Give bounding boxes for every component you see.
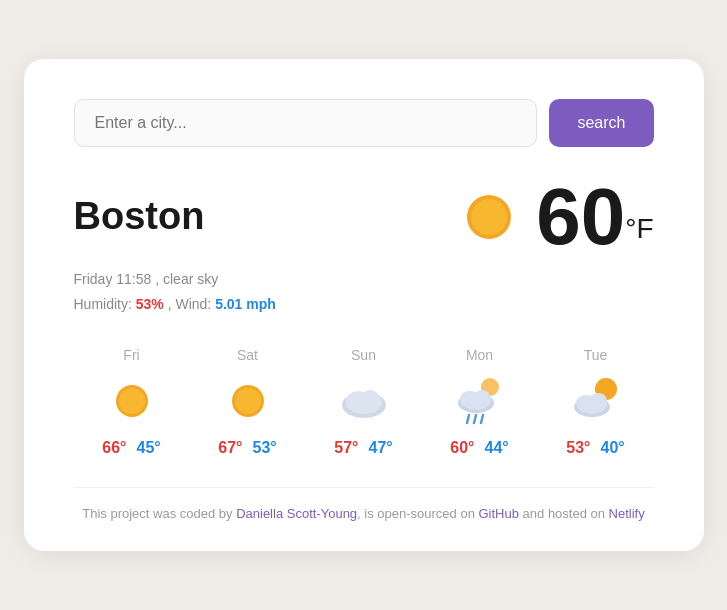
svg-point-1	[471, 199, 507, 235]
forecast-day-label: Fri	[123, 347, 139, 363]
humidity-value: 53%	[136, 296, 164, 312]
svg-line-17	[481, 415, 483, 423]
footer: This project was coded by Daniella Scott…	[74, 487, 654, 521]
search-button[interactable]: search	[549, 99, 653, 147]
forecast-icon	[220, 373, 276, 429]
temperature-block: 60°F	[454, 177, 653, 257]
forecast-day-item: Mon 60°44°	[422, 347, 538, 457]
footer-text-1: This project was coded by	[82, 506, 236, 521]
svg-point-14	[461, 392, 491, 410]
footer-text-2: , is open-sourced on	[357, 506, 478, 521]
svg-point-3	[119, 388, 145, 414]
footer-text-3: and hosted on	[519, 506, 609, 521]
forecast-day-item: Tue 53°40°	[538, 347, 654, 457]
forecast-day-label: Mon	[466, 347, 493, 363]
forecast-icon	[336, 373, 392, 429]
github-link[interactable]: GitHub	[479, 506, 519, 521]
forecast-temp-low: 44°	[485, 439, 509, 457]
forecast-temp-high: 67°	[218, 439, 242, 457]
city-info: Boston	[74, 195, 205, 238]
forecast-day-item: Sat 67°53°	[190, 347, 306, 457]
svg-point-9	[346, 392, 382, 414]
svg-line-16	[474, 415, 476, 423]
date-time-text: Friday 11:58 , clear sky	[74, 267, 654, 292]
forecast-temp-low: 47°	[369, 439, 393, 457]
forecast-temp-high: 60°	[450, 439, 474, 457]
current-weather-section: Boston 60°F	[74, 177, 654, 257]
forecast-temp-high: 53°	[566, 439, 590, 457]
svg-point-5	[235, 388, 261, 414]
forecast-temp-pair: 57°47°	[334, 439, 392, 457]
humidity-label: Humidity:	[74, 296, 132, 312]
city-search-input[interactable]	[74, 99, 538, 147]
svg-point-22	[577, 396, 607, 414]
city-name: Boston	[74, 195, 205, 238]
forecast-day-label: Tue	[584, 347, 608, 363]
forecast-temp-low: 53°	[253, 439, 277, 457]
forecast-day-item: Fri 66°45°	[74, 347, 190, 457]
forecast-temp-low: 40°	[601, 439, 625, 457]
temperature-value: 60	[536, 172, 625, 261]
forecast-temp-pair: 66°45°	[102, 439, 160, 457]
forecast-temp-pair: 53°40°	[566, 439, 624, 457]
netlify-link[interactable]: Netlify	[609, 506, 645, 521]
wind-label: , Wind:	[168, 296, 215, 312]
forecast-temp-high: 57°	[334, 439, 358, 457]
forecast-icon	[568, 373, 624, 429]
forecast-temp-pair: 60°44°	[450, 439, 508, 457]
forecast-icon	[104, 373, 160, 429]
wind-value: 5.01 mph	[215, 296, 276, 312]
forecast-day-label: Sun	[351, 347, 376, 363]
forecast-temp-pair: 67°53°	[218, 439, 276, 457]
svg-line-15	[467, 415, 469, 423]
forecast-temp-high: 66°	[102, 439, 126, 457]
temperature-display: 60°F	[536, 177, 653, 257]
forecast-day-label: Sat	[237, 347, 258, 363]
current-weather-icon	[454, 182, 524, 252]
temperature-unit: °F	[625, 212, 653, 243]
weather-card: search Boston 60°F Friday 11:58 , clear …	[24, 59, 704, 551]
current-details: Friday 11:58 , clear sky Humidity: 53% ,…	[74, 267, 654, 317]
forecast-temp-low: 45°	[137, 439, 161, 457]
search-row: search	[74, 99, 654, 147]
author-link[interactable]: Daniella Scott-Young	[236, 506, 357, 521]
forecast-row: Fri 66°45°Sat 67°53°Sun 57°47°Mon 60°44°…	[74, 347, 654, 457]
forecast-day-item: Sun 57°47°	[306, 347, 422, 457]
forecast-icon	[452, 373, 508, 429]
humidity-wind-text: Humidity: 53% , Wind: 5.01 mph	[74, 292, 654, 317]
